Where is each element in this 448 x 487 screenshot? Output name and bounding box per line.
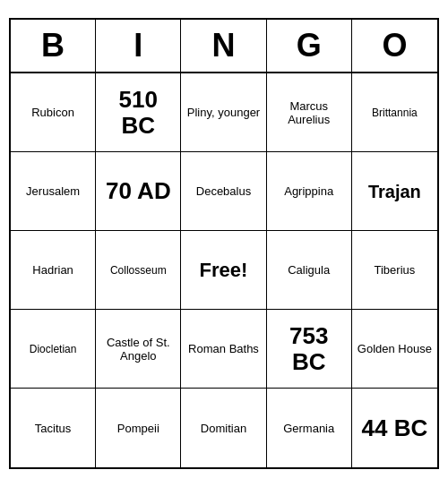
bingo-cell: Roman Baths [181,310,266,389]
header-letter: B [11,20,96,72]
bingo-cell: Hadrian [11,231,96,310]
bingo-card: BINGO Rubicon510 BCPliny, youngerMarcus … [9,18,439,469]
bingo-grid: Rubicon510 BCPliny, youngerMarcus Aureli… [11,73,437,467]
bingo-cell: Diocletian [11,310,96,389]
bingo-cell: Golden House [352,310,437,389]
header-letter: N [181,20,266,72]
header-letter: G [267,20,352,72]
bingo-cell: Brittannia [352,73,437,152]
bingo-header: BINGO [11,20,437,73]
bingo-cell: Tacitus [11,389,96,467]
bingo-cell: Rubicon [11,73,96,152]
bingo-cell: Germania [267,389,352,467]
bingo-cell: Domitian [181,389,266,467]
bingo-cell: 70 AD [96,152,181,231]
header-letter: O [352,20,437,72]
bingo-cell: Pliny, younger [181,73,266,152]
bingo-cell: Free! [181,231,266,310]
bingo-cell: Marcus Aurelius [267,73,352,152]
bingo-cell: 510 BC [96,73,181,152]
bingo-cell: 44 BC [352,389,437,467]
bingo-cell: Tiberius [352,231,437,310]
bingo-cell: Collosseum [96,231,181,310]
bingo-cell: Agrippina [267,152,352,231]
bingo-cell: 753 BC [267,310,352,389]
bingo-cell: Jerusalem [11,152,96,231]
header-letter: I [96,20,181,72]
bingo-cell: Pompeii [96,389,181,467]
bingo-cell: Castle of St. Angelo [96,310,181,389]
bingo-cell: Trajan [352,152,437,231]
bingo-cell: Caligula [267,231,352,310]
bingo-cell: Decebalus [181,152,266,231]
